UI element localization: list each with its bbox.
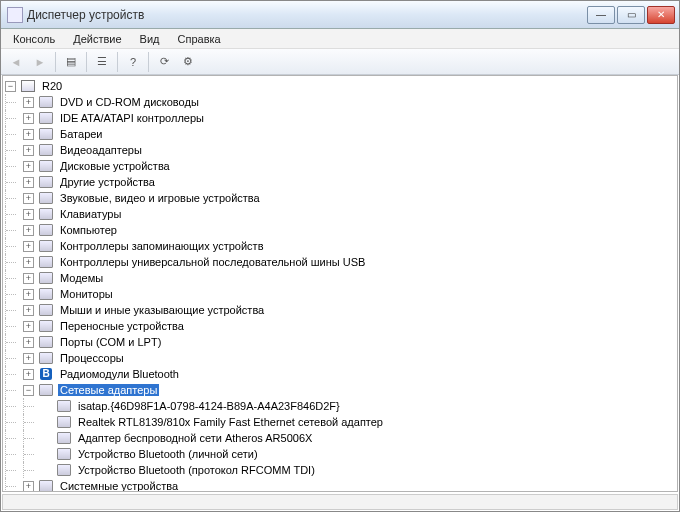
tree-item-label: Системные устройства (58, 480, 180, 492)
menu-help[interactable]: Справка (170, 31, 229, 47)
tree-category[interactable]: +Мониторы (5, 286, 677, 302)
device-category-icon (38, 126, 54, 142)
minimize-button[interactable]: — (587, 6, 615, 24)
tree-category[interactable]: +Звуковые, видео и игровые устройства (5, 190, 677, 206)
tree-indent (5, 430, 23, 446)
tree-category[interactable]: +Контроллеры запоминающих устройств (5, 238, 677, 254)
tree-item-label: DVD и CD-ROM дисководы (58, 96, 201, 108)
tree-item-label: Батареи (58, 128, 105, 140)
expand-icon[interactable]: + (23, 129, 34, 140)
menu-view[interactable]: Вид (132, 31, 168, 47)
expand-icon[interactable]: + (23, 145, 34, 156)
expand-icon[interactable]: + (23, 161, 34, 172)
expand-icon[interactable]: + (23, 225, 34, 236)
tree-category[interactable]: +Видеоадаптеры (5, 142, 677, 158)
toolbar-separator (55, 52, 56, 72)
expand-icon[interactable]: + (23, 481, 34, 492)
tree-indent (5, 222, 23, 238)
tree-category[interactable]: +Компьютер (5, 222, 677, 238)
tree-category[interactable]: +Порты (COM и LPT) (5, 334, 677, 350)
tree-category[interactable]: +Процессоры (5, 350, 677, 366)
device-tree-panel[interactable]: −R20+DVD и CD-ROM дисководы+IDE ATA/ATAP… (2, 75, 678, 492)
network-adapter-icon (56, 446, 72, 462)
device-category-icon (38, 254, 54, 270)
tree-device[interactable]: Устройство Bluetooth (личной сети) (5, 446, 677, 462)
tree-category[interactable]: +Контроллеры универсальной последователь… (5, 254, 677, 270)
tree-item-label: Адаптер беспроводной сети Atheros AR5006… (76, 432, 314, 444)
tree-indent (5, 398, 23, 414)
forward-button[interactable]: ► (29, 51, 51, 73)
tree-category[interactable]: +Батареи (5, 126, 677, 142)
tree-indent (23, 398, 41, 414)
device-category-icon (38, 270, 54, 286)
menu-bar: Консоль Действие Вид Справка (1, 29, 679, 49)
device-category-icon (38, 110, 54, 126)
back-button[interactable]: ◄ (5, 51, 27, 73)
tree-indent (5, 478, 23, 492)
collapse-icon[interactable]: − (5, 81, 16, 92)
tree-category[interactable]: +Переносные устройства (5, 318, 677, 334)
tree-device[interactable]: Адаптер беспроводной сети Atheros AR5006… (5, 430, 677, 446)
tree-device[interactable]: isatap.{46D98F1A-0798-4124-B89A-A4A23F84… (5, 398, 677, 414)
expand-icon[interactable]: + (23, 257, 34, 268)
tree-category[interactable]: +Системные устройства (5, 478, 677, 492)
tree-spacer (41, 465, 52, 476)
tree-category[interactable]: +Мыши и иные указывающие устройства (5, 302, 677, 318)
tree-category[interactable]: +Модемы (5, 270, 677, 286)
expand-icon[interactable]: + (23, 273, 34, 284)
network-adapter-icon (56, 414, 72, 430)
title-bar: Диспетчер устройств — ▭ ✕ (1, 1, 679, 29)
tree-category[interactable]: +Клавиатуры (5, 206, 677, 222)
window-title: Диспетчер устройств (27, 8, 587, 22)
tree-category[interactable]: +Другие устройства (5, 174, 677, 190)
tree-item-label: Звуковые, видео и игровые устройства (58, 192, 262, 204)
tree-indent (5, 238, 23, 254)
tree-indent (5, 190, 23, 206)
menu-action[interactable]: Действие (65, 31, 129, 47)
network-adapter-icon (56, 430, 72, 446)
properties-button[interactable]: ☰ (91, 51, 113, 73)
expand-icon[interactable]: + (23, 305, 34, 316)
expand-icon[interactable]: + (23, 369, 34, 380)
menu-console[interactable]: Консоль (5, 31, 63, 47)
expand-icon[interactable]: + (23, 321, 34, 332)
tree-indent (5, 158, 23, 174)
tree-indent (5, 94, 23, 110)
tree-category[interactable]: +BРадиомодули Bluetooth (5, 366, 677, 382)
help-button[interactable]: ? (122, 51, 144, 73)
expand-icon[interactable]: + (23, 97, 34, 108)
tree-category[interactable]: +IDE ATA/ATAPI контроллеры (5, 110, 677, 126)
scan-hardware-button[interactable]: ⟳ (153, 51, 175, 73)
expand-icon[interactable]: + (23, 353, 34, 364)
tree-device[interactable]: Realtek RTL8139/810x Family Fast Etherne… (5, 414, 677, 430)
close-button[interactable]: ✕ (647, 6, 675, 24)
tree-item-label: Порты (COM и LPT) (58, 336, 163, 348)
expand-icon[interactable]: + (23, 241, 34, 252)
tree-item-label: Контроллеры запоминающих устройств (58, 240, 265, 252)
expand-icon[interactable]: + (23, 193, 34, 204)
expand-icon[interactable]: + (23, 209, 34, 220)
show-tree-button[interactable]: ▤ (60, 51, 82, 73)
tree-category[interactable]: −Сетевые адаптеры (5, 382, 677, 398)
tree-item-label: Переносные устройства (58, 320, 186, 332)
tree-root[interactable]: −R20 (5, 78, 677, 94)
expand-icon[interactable]: + (23, 113, 34, 124)
tree-category[interactable]: +Дисковые устройства (5, 158, 677, 174)
collapse-icon[interactable]: − (23, 385, 34, 396)
tree-category[interactable]: +DVD и CD-ROM дисководы (5, 94, 677, 110)
tree-item-label: Другие устройства (58, 176, 157, 188)
tree-device[interactable]: Устройство Bluetooth (протокол RFCOMM TD… (5, 462, 677, 478)
tree-indent (5, 462, 23, 478)
device-category-icon (38, 158, 54, 174)
maximize-button[interactable]: ▭ (617, 6, 645, 24)
expand-icon[interactable]: + (23, 177, 34, 188)
device-category-icon (38, 350, 54, 366)
toolbar-separator (117, 52, 118, 72)
device-category-icon (38, 206, 54, 222)
tree-indent (5, 446, 23, 462)
tree-item-label: Realtek RTL8139/810x Family Fast Etherne… (76, 416, 385, 428)
device-action-button[interactable]: ⚙ (177, 51, 199, 73)
expand-icon[interactable]: + (23, 337, 34, 348)
expand-icon[interactable]: + (23, 289, 34, 300)
tree-indent (5, 334, 23, 350)
